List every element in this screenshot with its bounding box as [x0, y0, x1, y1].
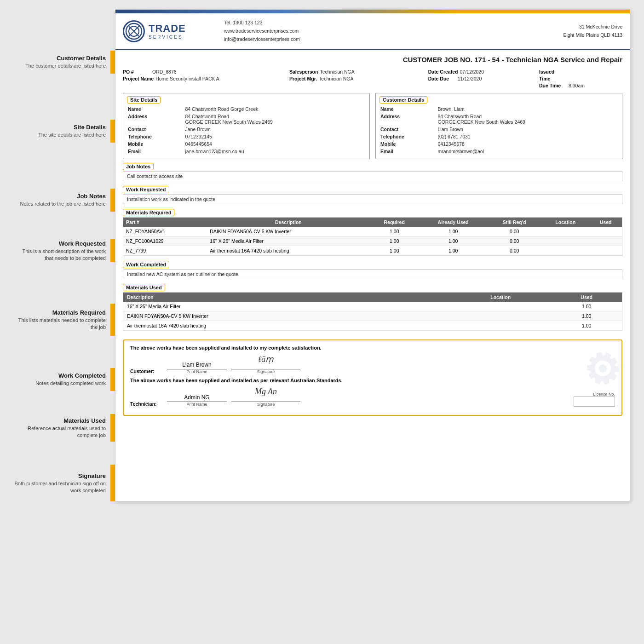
- site-address-row: Address 84 Chatsworth RoadGORGE CREEK Ne…: [128, 114, 365, 126]
- company-tel: Tel. 1300 123 123: [224, 19, 564, 27]
- customer-details-header: Customer Details: [380, 96, 427, 104]
- licence-field[interactable]: [574, 397, 615, 407]
- mat1-location: [541, 227, 589, 236]
- used-header-row: Description Location Used: [123, 293, 622, 302]
- used2-location: [450, 311, 551, 321]
- annotation-customer-details: Customer Details The customer details ar…: [14, 54, 110, 70]
- cust-contact-label: Contact: [380, 126, 437, 133]
- header-contact: Tel. 1300 123 123 www.tradeservicesenter…: [215, 19, 564, 44]
- mat1-still: 0.00: [487, 227, 541, 236]
- annotation-materials-used: Materials Used Reference actual material…: [14, 417, 110, 439]
- annotation-bar-workcompleted: [110, 368, 115, 391]
- col-required: Required: [369, 218, 419, 227]
- meta-col-3: Date Created 07/12/2020 Date Due 11/12/2…: [428, 69, 539, 88]
- sig-technician-name: Admin NG: [184, 394, 209, 401]
- used-col-desc: Description: [123, 293, 450, 302]
- mat1-desc: DAIKIN FDYAN50A-CV 5 KW Inverter: [207, 227, 369, 236]
- doc-header: TRADE SERVICES Tel. 1300 123 123 www.tra…: [115, 13, 630, 50]
- cust-email-value: mrandmrsbrown@aol: [437, 149, 617, 155]
- site-contact-label: Contact: [128, 126, 184, 133]
- company-address1: 31 McKechnie Drive: [564, 23, 622, 31]
- annotation-bar-materialsused: [110, 414, 115, 442]
- customer-details-box: Customer Details Name Brown, Liam Addres…: [375, 93, 622, 159]
- sig-customer-row: Customer: Liam Brown Print Name ℓāṃ Sign…: [130, 354, 615, 374]
- materials-required-tbody: NZ_FDYAN50AV1 DAIKIN FDYAN50A-CV 5 KW In…: [123, 227, 622, 256]
- logo-icon: [123, 20, 145, 42]
- sig-customer-name: Liam Brown: [182, 362, 211, 368]
- cust-contact-value: Liam Brown: [437, 126, 617, 133]
- sig-customer-name-area: Liam Brown Print Name: [167, 362, 227, 374]
- used-tbody: 16" X 25" Media Air Filter 1.00 DAIKIN F…: [123, 302, 622, 331]
- site-mobile-row: Mobile 0465445654: [128, 141, 365, 148]
- used1-desc: 16" X 25" Media Air Filter: [123, 302, 450, 311]
- site-name-row: Name 84 Chatsworth Road Gorge Creek: [128, 106, 365, 113]
- meta-po: PO # ORD_8876: [123, 69, 289, 75]
- work-completed-section-header: Work Completed: [123, 261, 169, 268]
- spacer6: [14, 391, 115, 414]
- logo-area: TRADE SERVICES: [123, 20, 215, 42]
- mat3-part: NZ_7799: [123, 246, 207, 255]
- spacer3: [14, 212, 115, 239]
- annotation-work-requested: Work Requested This is a short descripti…: [14, 240, 110, 262]
- sig-customer-drawing: ℓāṃ: [258, 354, 274, 368]
- mat3-still: 0.00: [487, 246, 541, 255]
- site-email-label: Email: [128, 149, 184, 155]
- annotation-bar-materialsrequired: [110, 304, 115, 336]
- used2-used: 1.00: [551, 311, 622, 321]
- meta-salesperson: Salesperson Technician NGA: [289, 69, 428, 75]
- cust-telephone-label: Telephone: [380, 134, 437, 140]
- used-row-1: 16" X 25" Media Air Filter 1.00: [123, 302, 622, 311]
- sig-customer-print-label: Print Name: [186, 369, 207, 374]
- work-completed-content: Installed new AC system as per outline o…: [123, 269, 622, 279]
- annotation-job-notes: Job Notes Notes related to the job are l…: [14, 192, 110, 208]
- mat1-part: NZ_FDYAN50AV1: [123, 227, 207, 236]
- site-contact-value: Jane Brown: [185, 126, 365, 133]
- site-contact-row: Contact Jane Brown: [128, 126, 365, 133]
- doc-top-bar: [115, 10, 630, 13]
- mat2-desc: 16" X 25" Media Air Filter: [207, 236, 369, 246]
- sig-technician-label: Technician:: [130, 401, 162, 407]
- meta-duetime: Due Time 8:30am: [539, 83, 622, 88]
- spacer7: [14, 442, 115, 465]
- site-address-value: 84 Chatsworth RoadGORGE CREEK New South …: [185, 114, 365, 126]
- annotation-site-details: Site Details The site details are listed…: [14, 123, 110, 139]
- meta-col-2: Salesperson Technician NGA Project Mgr. …: [289, 69, 428, 88]
- site-details-header: Site Details: [127, 96, 161, 104]
- cust-email-row: Email mrandmrsbrown@aol: [380, 149, 617, 155]
- doc-meta: PO # ORD_8876 Project Name Home Security…: [115, 66, 630, 93]
- spacer5: [14, 336, 115, 368]
- work-requested-section-header: Work Requested: [123, 186, 169, 193]
- site-email-value: jane.brown123@msn.co.au: [185, 149, 365, 155]
- cust-mobile-label: Mobile: [380, 141, 437, 148]
- meta-project: Project Name Home Security install PACK …: [123, 76, 289, 81]
- col-still-reqd: Still Req'd: [487, 218, 541, 227]
- company-address2: Eight Mile Plains QLD 4113: [564, 31, 622, 40]
- mat2-already: 1.00: [419, 236, 487, 246]
- materials-used-section: Materials Used Description Location Used: [115, 284, 630, 337]
- company-email: info@tradeservicesenterprises.com: [224, 35, 564, 44]
- used-col-location: Location: [450, 293, 551, 302]
- job-notes-content: Call contact to access site: [123, 171, 622, 181]
- cust-name-label: Name: [380, 106, 437, 113]
- materials-used-table-wrapper: Description Location Used 16" X 25" Medi…: [123, 292, 622, 331]
- mat3-required: 1.00: [369, 246, 419, 255]
- sig-technician-drawing: Mg An: [255, 387, 277, 401]
- used1-location: [450, 302, 551, 311]
- mat3-already: 1.00: [419, 246, 487, 255]
- spacer1: [14, 74, 115, 120]
- site-address-label: Address: [128, 114, 184, 126]
- site-details-table: Name 84 Chatsworth Road Gorge Creek Addr…: [123, 105, 369, 159]
- mat3-desc: Air thermostat 16A 7420 slab heating: [207, 246, 369, 255]
- site-mobile-value: 0465445654: [185, 141, 365, 148]
- col-already-used: Already Used: [419, 218, 487, 227]
- cust-telephone-value: (02) 6781 7031: [437, 134, 617, 140]
- site-mobile-label: Mobile: [128, 141, 184, 148]
- annotation-materials-required: Materials Required This lists materials …: [14, 309, 110, 331]
- cust-contact-row: Contact Liam Brown: [380, 126, 617, 133]
- work-completed-section: Work Completed Installed new AC system a…: [115, 261, 630, 284]
- site-name-label: Name: [128, 106, 184, 113]
- site-name-value: 84 Chatsworth Road Gorge Creek: [185, 106, 365, 113]
- meta-col-4: Issued Time Due Time 8:30am: [539, 69, 622, 88]
- licence-area: Licence No.: [574, 392, 615, 407]
- sig-customer-sig-area: ℓāṃ Signature: [231, 354, 300, 374]
